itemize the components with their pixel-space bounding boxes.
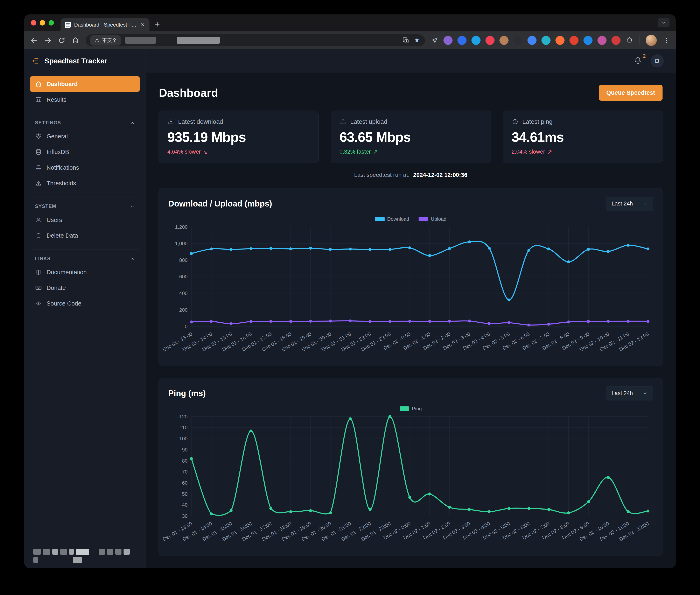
redacted-url-segment xyxy=(125,37,156,44)
section-header-settings[interactable]: SETTINGS xyxy=(30,119,140,129)
sidebar-item-label: Notifications xyxy=(47,164,79,171)
sidebar-item-general[interactable]: General xyxy=(30,129,140,144)
address-bar[interactable]: 不安全 xyxy=(86,34,425,46)
sidebar-item-results[interactable]: Results xyxy=(30,92,140,108)
sidebar-header: Speedtest Tracker xyxy=(24,49,145,73)
stats-row: Latest download 935.19 Mbps 4.64% slower… xyxy=(159,111,663,163)
download-upload-chart-card: Download / Upload (mbps) Last 24h Downlo… xyxy=(159,188,663,366)
app-title: Speedtest Tracker xyxy=(45,57,107,65)
user-avatar[interactable]: D xyxy=(651,54,664,67)
range-select-value: Last 24h xyxy=(612,201,633,207)
home-icon xyxy=(35,81,42,87)
sidebar-item-source-code[interactable]: Source Code xyxy=(30,296,140,311)
sidebar-item-label: Documentation xyxy=(47,269,87,276)
back-button[interactable] xyxy=(30,36,38,44)
close-window-button[interactable] xyxy=(31,20,36,26)
browser-tab[interactable]: Dashboard - Speedtest Track xyxy=(60,18,149,31)
not-secure-warning-icon xyxy=(94,38,100,43)
extension-icon[interactable] xyxy=(457,36,467,45)
extension-icon[interactable] xyxy=(597,36,607,45)
sidebar-footer-redacted xyxy=(33,546,137,563)
browser-menu-kebab-icon[interactable] xyxy=(663,37,670,44)
svg-text:40: 40 xyxy=(182,502,188,508)
trash-icon xyxy=(35,232,42,239)
security-chip[interactable]: 不安全 xyxy=(90,35,121,46)
svg-text:400: 400 xyxy=(179,290,188,296)
trend-down-icon: ↘ xyxy=(203,148,208,155)
notifications-bell-icon[interactable]: 2 xyxy=(633,56,642,66)
browser-window: Dashboard - Speedtest Track 不安全 xyxy=(24,15,676,568)
legend-swatch-ping xyxy=(400,406,409,411)
chevron-down-icon xyxy=(642,391,648,396)
queue-speedtest-button[interactable]: Queue Speedtest xyxy=(599,85,663,101)
sidebar-item-influxdb[interactable]: InfluxDB xyxy=(30,144,140,160)
section-title: SETTINGS xyxy=(35,120,61,125)
extension-icon[interactable] xyxy=(485,36,495,45)
range-select-ping[interactable]: Last 24h xyxy=(606,386,653,400)
sidebar-item-label: InfluxDB xyxy=(47,149,69,155)
range-select-download-upload[interactable]: Last 24h xyxy=(606,197,653,211)
extension-icon[interactable] xyxy=(500,36,508,45)
section-title: LINKS xyxy=(35,256,51,261)
sidebar-item-delete-data[interactable]: Delete Data xyxy=(30,228,140,243)
extension-icon[interactable] xyxy=(444,36,452,45)
reload-button[interactable] xyxy=(58,37,65,44)
section-header-system[interactable]: SYSTEM xyxy=(30,202,140,212)
stat-card-ping: Latest ping 34.61ms 2.04% slower ↗ xyxy=(503,111,663,163)
extensions-row xyxy=(431,36,633,45)
extension-icon[interactable] xyxy=(528,36,536,45)
chart-legend: Download Upload xyxy=(168,216,653,222)
sidebar-item-notifications[interactable]: Notifications xyxy=(30,160,140,175)
sidebar-item-label: Dashboard xyxy=(47,81,78,87)
translate-icon[interactable] xyxy=(402,37,409,44)
chart-title: Download / Upload (mbps) xyxy=(168,199,272,208)
sidebar-nav: Dashboard Results SETTINGS General xyxy=(24,73,145,311)
stat-value: 935.19 Mbps xyxy=(167,129,310,145)
maximize-window-button[interactable] xyxy=(49,20,54,26)
sidebar-item-label: Delete Data xyxy=(47,232,78,239)
sidebar-item-thresholds[interactable]: Thresholds xyxy=(30,175,140,191)
stat-delta: 0.32% faster xyxy=(339,149,371,155)
tab-search-chevron-button[interactable] xyxy=(657,18,670,27)
clock-icon xyxy=(512,118,519,125)
trend-up-icon: ↗ xyxy=(547,148,552,155)
sidebar-item-users[interactable]: Users xyxy=(30,212,140,228)
minimize-window-button[interactable] xyxy=(40,20,45,26)
sidebar-item-label: Source Code xyxy=(47,300,81,307)
sidebar-item-label: Donate xyxy=(47,285,66,291)
stat-value: 63.65 Mbps xyxy=(339,129,482,145)
browser-profile-avatar[interactable] xyxy=(646,35,657,46)
section-header-links[interactable]: LINKS xyxy=(30,255,140,264)
upload-tray-icon xyxy=(339,118,346,125)
section-title: SYSTEM xyxy=(35,204,56,209)
extension-icon[interactable] xyxy=(569,36,579,45)
home-button[interactable] xyxy=(72,36,80,44)
extension-icon[interactable] xyxy=(541,36,551,45)
send-extension-icon[interactable] xyxy=(431,37,439,44)
bookmark-star-icon[interactable] xyxy=(413,37,420,44)
legend-label: Upload xyxy=(431,216,446,222)
forward-button[interactable] xyxy=(44,36,52,44)
tab-close-icon[interactable] xyxy=(140,22,145,27)
page-title: Dashboard xyxy=(159,86,218,100)
sidebar-item-label: General xyxy=(47,133,68,140)
sidebar-collapse-icon[interactable] xyxy=(31,57,39,65)
extension-icon[interactable] xyxy=(556,36,564,45)
legend-label: Ping xyxy=(412,406,422,412)
new-tab-button[interactable] xyxy=(154,21,161,28)
svg-text:70: 70 xyxy=(182,469,188,475)
tab-strip: Dashboard - Speedtest Track xyxy=(24,15,676,31)
extension-icon[interactable] xyxy=(472,36,480,45)
extension-icon[interactable] xyxy=(584,36,592,45)
bell-icon xyxy=(35,164,42,171)
sidebar-item-documentation[interactable]: Documentation xyxy=(30,264,140,280)
chevron-up-icon xyxy=(130,120,135,125)
sidebar-item-dashboard[interactable]: Dashboard xyxy=(30,76,140,92)
notification-badge: 2 xyxy=(643,53,646,59)
sidebar-item-donate[interactable]: Donate xyxy=(30,280,140,296)
last-run-label: Last speedtest run at: xyxy=(354,172,410,178)
extensions-puzzle-icon[interactable] xyxy=(625,37,633,44)
redacted-url-segment xyxy=(177,37,220,44)
extension-icon[interactable] xyxy=(612,36,620,45)
extension-icon[interactable] xyxy=(513,36,523,45)
